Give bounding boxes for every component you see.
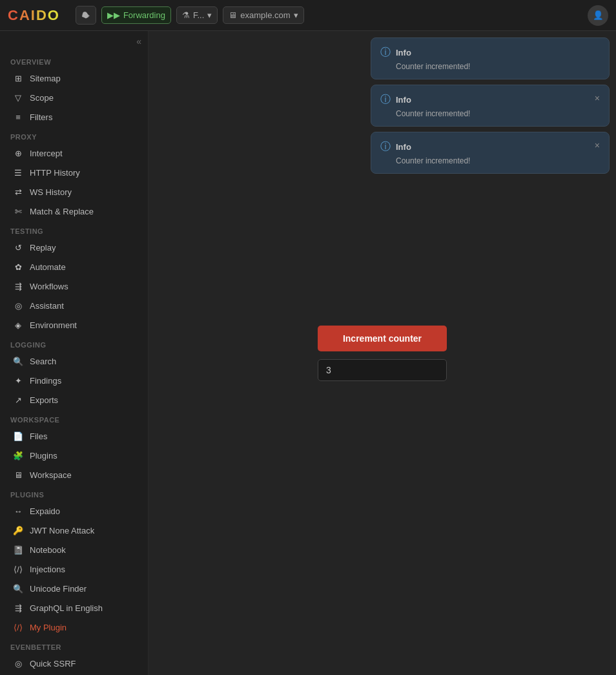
- sidebar-item-automate[interactable]: ✿Automate: [3, 257, 145, 276]
- my-plugin-icon: ⟨/⟩: [13, 622, 23, 632]
- match-replace-icon: ✄: [13, 206, 23, 216]
- sidebar-item-exports[interactable]: ↗Exports: [3, 390, 145, 410]
- forwarding-button[interactable]: ▶▶ Forwarding: [101, 6, 171, 24]
- sidebar-label-search: Search: [30, 357, 56, 366]
- flask-label: F...: [193, 10, 204, 20]
- sidebar-item-graphql-in-english[interactable]: ⇶GraphQL in English: [3, 598, 145, 618]
- notification-title-2: Info: [396, 95, 411, 105]
- sidebar-section-overview: Overview: [0, 52, 148, 68]
- sidebar-label-assistant: Assistant: [30, 301, 64, 311]
- settings-button[interactable]: [76, 6, 96, 25]
- sidebar-item-files[interactable]: 📄Files: [3, 426, 145, 446]
- sidebar-item-jwt-none-attack[interactable]: 🔑JWT None Attack: [3, 521, 145, 540]
- unicode-finder-icon: 🔍: [13, 583, 23, 594]
- plugins-icon: 🧩: [13, 450, 23, 461]
- search-icon: 🔍: [13, 356, 23, 366]
- sidebar-collapse-button[interactable]: «: [130, 31, 148, 52]
- files-icon: 📄: [13, 431, 23, 441]
- expaido-icon: ↔: [13, 506, 23, 516]
- sidebar-item-replay[interactable]: ↺Replay: [3, 238, 145, 257]
- sidebar-item-quick-ssrf[interactable]: ◎Quick SSRF: [3, 654, 145, 673]
- notification-header-3: ⓘInfo: [380, 140, 600, 154]
- logo: CAIDO: [8, 7, 60, 24]
- sidebar-item-ws-history[interactable]: ⇄WS History: [3, 182, 145, 202]
- logo-d: D: [36, 7, 48, 23]
- notifications-container: ⓘInfoCounter incremented!ⓘInfo×Counter i…: [371, 37, 610, 174]
- http-history-icon: ☰: [13, 167, 23, 178]
- flask-dropdown[interactable]: ⚗ F... ▾: [176, 6, 218, 24]
- sidebar-section-logging: Logging: [0, 335, 148, 351]
- sidebar-label-match-replace: Match & Replace: [30, 207, 94, 216]
- sidebar-item-assistant[interactable]: ◎Assistant: [3, 296, 145, 315]
- sidebar-item-my-plugin[interactable]: ⟨/⟩My Plugin: [3, 618, 145, 637]
- notification-close-3[interactable]: ×: [592, 139, 602, 152]
- notification-1: ⓘInfoCounter incremented!: [371, 37, 610, 79]
- sidebar-item-sitemap[interactable]: ⊞Sitemap: [3, 68, 145, 88]
- sidebar-item-workflows[interactable]: ⇶Workflows: [3, 276, 145, 296]
- avatar-button[interactable]: 👤: [588, 5, 608, 26]
- gear-icon: [81, 10, 90, 21]
- sidebar-label-workspace: Workspace: [30, 470, 72, 480]
- forwarding-label: Forwarding: [123, 10, 165, 20]
- sidebar-item-injections[interactable]: ⟨/⟩Injections: [3, 559, 145, 579]
- domain-dropdown[interactable]: 🖥 example.com ▾: [223, 6, 303, 24]
- environment-icon: ◈: [13, 320, 23, 330]
- sidebar-label-automate: Automate: [30, 262, 66, 272]
- arrow-icon: ▶▶: [107, 10, 120, 20]
- sidebar-item-filters[interactable]: ≡Filters: [3, 107, 145, 127]
- info-icon-3: ⓘ: [380, 140, 391, 154]
- logo-i: I: [31, 7, 36, 23]
- dropdown-arrow-icon: ▾: [207, 10, 212, 20]
- sidebar-item-scope[interactable]: ▽Scope: [3, 88, 145, 107]
- sidebar-item-search[interactable]: 🔍Search: [3, 351, 145, 371]
- sidebar-label-notebook: Notebook: [30, 545, 66, 555]
- sidebar-item-plugins[interactable]: 🧩Plugins: [3, 446, 145, 465]
- sidebar-label-intercept: Intercept: [30, 149, 63, 158]
- sidebar-label-http-history: HTTP History: [30, 168, 80, 178]
- sidebar-label-injections: Injections: [30, 565, 65, 574]
- workspace-icon: 🖥: [13, 470, 23, 480]
- domain-icon: 🖥: [229, 10, 237, 20]
- sidebar-item-match-replace[interactable]: ✄Match & Replace: [3, 202, 145, 221]
- sidebar-label-replay: Replay: [30, 243, 56, 253]
- jwt-none-attack-icon: 🔑: [13, 525, 23, 535]
- sidebar-label-graphql-in-english: GraphQL in English: [30, 603, 103, 613]
- logo-c: C: [8, 7, 19, 23]
- notification-close-2[interactable]: ×: [592, 92, 602, 105]
- logo-a: A: [19, 7, 31, 23]
- logo-o: O: [48, 7, 60, 23]
- increment-counter-button[interactable]: Increment counter: [318, 326, 447, 351]
- sidebar-item-notebook[interactable]: 📓Notebook: [3, 540, 145, 559]
- scope-icon: ▽: [13, 92, 23, 103]
- injections-icon: ⟨/⟩: [13, 564, 23, 574]
- sidebar-section-workspace: Workspace: [0, 410, 148, 426]
- sidebar-nav: Overview⊞Sitemap▽Scope≡FiltersProxy⊕Inte…: [0, 52, 148, 673]
- sidebar-item-findings[interactable]: ✦Findings: [3, 371, 145, 390]
- automate-icon: ✿: [13, 262, 23, 272]
- sidebar-label-exports: Exports: [30, 395, 58, 405]
- content-area: ⓘInfoCounter incremented!ⓘInfo×Counter i…: [149, 31, 616, 675]
- replay-icon: ↺: [13, 242, 23, 253]
- intercept-icon: ⊕: [13, 148, 23, 158]
- sidebar-item-expaido[interactable]: ↔Expaido: [3, 501, 145, 521]
- workflows-icon: ⇶: [13, 281, 23, 291]
- sitemap-icon: ⊞: [13, 73, 23, 83]
- sidebar-label-jwt-none-attack: JWT None Attack: [30, 526, 94, 535]
- info-icon-1: ⓘ: [380, 46, 391, 59]
- sidebar-item-intercept[interactable]: ⊕Intercept: [3, 143, 145, 163]
- sidebar-label-environment: Environment: [30, 320, 77, 330]
- sidebar-label-workflows: Workflows: [30, 282, 68, 291]
- sidebar-item-http-history[interactable]: ☰HTTP History: [3, 163, 145, 182]
- info-icon-2: ⓘ: [380, 93, 391, 107]
- sidebar-label-my-plugin: My Plugin: [30, 623, 67, 632]
- sidebar-item-unicode-finder[interactable]: 🔍Unicode Finder: [3, 579, 145, 598]
- sidebar-label-scope: Scope: [30, 93, 54, 103]
- notification-body-2: Counter incremented!: [380, 109, 600, 118]
- graphql-in-english-icon: ⇶: [13, 603, 23, 613]
- user-icon: 👤: [593, 10, 604, 20]
- notification-title-3: Info: [396, 142, 411, 152]
- sidebar-item-workspace[interactable]: 🖥Workspace: [3, 465, 145, 484]
- notification-body-1: Counter incremented!: [380, 62, 600, 71]
- sidebar-item-environment[interactable]: ◈Environment: [3, 315, 145, 335]
- topbar: CAIDO ▶▶ Forwarding ⚗ F... ▾ 🖥 example.c…: [0, 0, 616, 31]
